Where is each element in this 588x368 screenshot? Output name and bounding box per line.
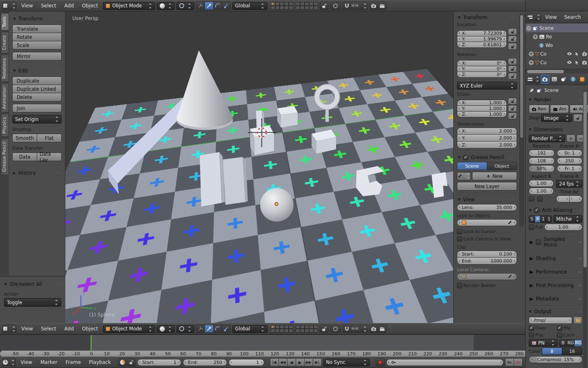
grease-pencil-checkbox[interactable] bbox=[463, 155, 468, 160]
eyedropper-icon-2[interactable] bbox=[508, 274, 512, 279]
color-depth-segment[interactable]: 8 16 bbox=[542, 348, 582, 355]
manipulator-rotate-button-2[interactable] bbox=[213, 325, 222, 333]
lens-field[interactable]: Lens:35.000 bbox=[457, 204, 517, 211]
bracket-object[interactable] bbox=[356, 166, 384, 196]
frame-step-field[interactable]: Fr: 1 bbox=[557, 165, 583, 172]
aa-full-checkbox[interactable] bbox=[529, 224, 534, 230]
lock-rotation-y[interactable] bbox=[508, 65, 517, 72]
aa-samples-11[interactable]: 1 bbox=[540, 215, 546, 223]
properties-scrollbar[interactable] bbox=[583, 90, 587, 368]
prev-keyframe-button[interactable]: ◀◀ bbox=[278, 358, 287, 366]
outliner-row-cube[interactable]: + ▽ Cu bbox=[526, 58, 588, 67]
record-button[interactable] bbox=[376, 358, 385, 366]
tab-create[interactable]: Create bbox=[1, 32, 9, 54]
lock-time-button[interactable] bbox=[127, 358, 136, 366]
tab-scene[interactable] bbox=[560, 75, 568, 84]
aa-size-field[interactable]: 1.00 bbox=[544, 224, 582, 231]
overwrite-checkbox[interactable] bbox=[529, 325, 534, 331]
sidebar-scrollbar[interactable] bbox=[519, 14, 524, 227]
menu-object-2[interactable]: Object bbox=[79, 325, 101, 332]
panel-header-render[interactable]: ▼Render= bbox=[529, 96, 582, 104]
res-percent-slider[interactable]: 50% bbox=[529, 165, 555, 172]
render-image-button-2[interactable] bbox=[369, 325, 378, 333]
mode-dropdown-2[interactable]: Object Mode bbox=[103, 325, 155, 333]
jump-start-button[interactable]: |◀ bbox=[270, 358, 279, 366]
timeline-menu-playback[interactable]: Playback bbox=[86, 359, 114, 366]
pin-icon[interactable] bbox=[529, 88, 534, 93]
cube-top-object[interactable] bbox=[277, 106, 298, 128]
frame-start-field[interactable]: Start:1 bbox=[137, 359, 181, 366]
gp-new-button[interactable]: +New bbox=[472, 172, 517, 180]
viewport-3d[interactable]: User Persp (1) Sphere z y x ▼Transform::… bbox=[65, 11, 525, 323]
delete-button[interactable]: Delete bbox=[12, 93, 62, 101]
file-ext-checkbox[interactable] bbox=[557, 325, 562, 331]
lock-rotation-x[interactable] bbox=[508, 58, 517, 65]
compression-slider[interactable]: Compressi: 15% bbox=[529, 356, 582, 363]
menu-select[interactable]: Select bbox=[38, 2, 59, 9]
panel-header-metadata[interactable]: ▶Metadata= bbox=[529, 294, 582, 304]
snap-element-dropdown-2[interactable]: H·H bbox=[351, 325, 368, 333]
aa-samples-5[interactable]: 5 bbox=[529, 215, 535, 223]
output-path-field[interactable]: /tmp/ bbox=[529, 317, 572, 324]
rotation-x-field[interactable]: X:0° bbox=[457, 60, 507, 66]
gp-new-layer-button[interactable]: New Layer bbox=[457, 182, 517, 191]
manipulator-scale-button-2[interactable] bbox=[222, 325, 231, 333]
lock-rotation-z[interactable] bbox=[508, 73, 517, 80]
scale-z-field[interactable]: Z:1.000 bbox=[457, 112, 507, 117]
lock-location-x[interactable] bbox=[508, 28, 517, 35]
menu-add[interactable]: Add bbox=[61, 2, 77, 9]
sampled-motion-checkbox[interactable] bbox=[536, 240, 541, 245]
expand-icon[interactable]: + bbox=[529, 52, 534, 56]
snap-element-dropdown[interactable]: H·H bbox=[351, 2, 368, 10]
render-animation-button[interactable]: Ani bbox=[550, 105, 569, 113]
shade-smooth-button[interactable]: Smooth bbox=[12, 134, 37, 142]
panel-header-edit[interactable]: ▼Edit:::: bbox=[12, 66, 62, 76]
snap-magnet-button-2[interactable] bbox=[343, 325, 352, 333]
timeline-ruler[interactable]: -50-40-30-20-100102030405060708090100110… bbox=[0, 350, 525, 357]
dim-x-field[interactable]: X:2.000 bbox=[457, 128, 517, 135]
timeline-playhead[interactable] bbox=[91, 335, 91, 350]
lock-scale-x[interactable] bbox=[508, 98, 517, 105]
outliner-hscrollbar[interactable] bbox=[526, 69, 588, 74]
panel-header-post-processing[interactable]: ▶Post Processing= bbox=[529, 280, 582, 290]
layers-widget-2[interactable] bbox=[271, 325, 318, 332]
lock-scale-y[interactable] bbox=[508, 105, 517, 112]
current-frame-field[interactable]: 1 bbox=[229, 359, 264, 366]
sphere-object[interactable] bbox=[260, 188, 294, 222]
pivot-point-dropdown-2[interactable] bbox=[176, 325, 194, 333]
outliner-menu-search[interactable]: Search bbox=[561, 13, 584, 21]
cube-right-object[interactable] bbox=[312, 130, 336, 154]
rotate-button[interactable]: Rotate bbox=[12, 33, 62, 41]
display-dropdown[interactable]: Image bbox=[541, 114, 572, 122]
render-anim-button-2[interactable] bbox=[378, 325, 387, 333]
color-mode-rgba[interactable]: RG bbox=[574, 339, 582, 347]
antialiasing-checkbox[interactable] bbox=[534, 208, 539, 213]
renderable-camera-icon[interactable] bbox=[582, 51, 587, 56]
keying-set-field[interactable] bbox=[386, 359, 503, 366]
mode-dropdown[interactable]: Object Mode bbox=[103, 2, 155, 10]
color-mode-rgb[interactable]: RG bbox=[567, 339, 575, 347]
display-lock-button[interactable] bbox=[573, 114, 582, 122]
panel-header-antialiasing[interactable]: ▼Anti-Aliasing= bbox=[529, 206, 582, 214]
local-camera-field[interactable] bbox=[457, 273, 517, 280]
lock-camera-checkbox[interactable] bbox=[457, 236, 462, 242]
dim-y-field[interactable]: Y:2.000 bbox=[457, 135, 517, 141]
frame-end-prop-field[interactable]: 250 bbox=[557, 157, 583, 164]
panel-header-dimensions[interactable]: ▼Dimensions= bbox=[529, 126, 582, 134]
viewport-shading-dropdown-2[interactable] bbox=[157, 325, 175, 333]
location-z-field[interactable]: Z:0.61801 bbox=[457, 42, 507, 48]
panel-header-view[interactable]: ▼View:::: bbox=[457, 196, 517, 203]
data-button[interactable]: Data bbox=[12, 153, 37, 161]
panel-header-sampled-motion[interactable]: ▶Sampled Motio= bbox=[529, 234, 582, 250]
tall-box-front-object[interactable] bbox=[200, 152, 225, 206]
preset-add-button[interactable]: + bbox=[566, 135, 575, 142]
mirror-button[interactable]: Mirror bbox=[12, 52, 62, 61]
gp-pencil-dropdown[interactable] bbox=[457, 172, 471, 180]
lock-to-scene-button-2[interactable] bbox=[320, 325, 329, 333]
menu-add-2[interactable]: Add bbox=[61, 325, 77, 332]
manipulator-translate-button[interactable] bbox=[205, 2, 214, 10]
frame-start-prop-field[interactable]: St: 1 bbox=[557, 150, 583, 157]
edge-plank-object[interactable] bbox=[432, 172, 448, 198]
tab-animation[interactable]: Animation bbox=[1, 83, 9, 112]
rotation-z-field[interactable]: Z:0° bbox=[457, 72, 507, 78]
